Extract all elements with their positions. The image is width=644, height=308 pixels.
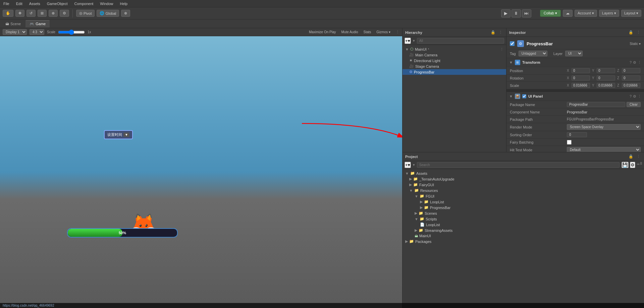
play-btn[interactable]: ▶ [501,9,511,17]
hier-item-mainui[interactable]: ▼ ⬡ MainUI * ⋮ [402,46,506,52]
scale-y-input[interactable] [597,83,615,88]
pivot-btn[interactable]: ◎ Pivot [76,10,95,17]
ui-panel-checkbox[interactable] [522,94,526,98]
proj-packages[interactable]: ▶ 📁 Packages [402,239,644,244]
menu-window[interactable]: Window [99,1,114,6]
ui-panel-header[interactable]: ▼ 📦 UI Panel ? ⚙ ⋮ [506,92,644,101]
hierarchy-menu-btn[interactable]: ⋮ [498,30,503,35]
hierarchy-item-menu[interactable]: ⋮ [500,47,503,51]
account-btn[interactable]: Account ▾ [575,10,597,17]
expand-icon: ▶ [420,205,423,210]
proj-fgui[interactable]: ▼ 📁 FGUI [402,193,644,199]
clear-btn[interactable]: Clear [627,102,641,107]
stats-btn[interactable]: Stats [362,30,373,34]
proj-progressbar[interactable]: ▶ 📁 ProgressBar [402,205,644,210]
step-btn[interactable]: ⏭ [522,9,531,17]
rot-z-input[interactable] [622,75,640,81]
game-view-menu-btn[interactable]: ⋮ [396,30,399,34]
hier-item-main-camera[interactable]: 🎥 Main Camera [402,52,506,58]
package-name-input[interactable] [567,102,625,107]
move-tool-btn[interactable]: ✥ [15,10,24,17]
transform-menu-icon[interactable]: ⋮ [638,60,641,65]
expand-icon: ▶ [420,200,423,204]
ui-panel-help-icon[interactable]: ? [630,94,632,99]
project-search[interactable] [417,162,620,168]
scale-z-input[interactable] [622,83,640,88]
inspector-lock-btn[interactable]: 🔒 [628,30,634,35]
menu-gameobject[interactable]: GameObject [46,1,69,6]
hier-item-stage-camera[interactable]: 🎥 Stage Camera [402,63,506,69]
rotation-label: Rotation [510,76,567,80]
proj-scripts[interactable]: ▼ 📁 Scripts [402,216,644,222]
custom-tool-btn[interactable]: ⚙ [60,10,69,17]
proj-fairygui[interactable]: ▶ 📁 FairyGUI [402,182,644,188]
menu-edit[interactable]: Edit [15,1,24,6]
scale-slider[interactable] [58,30,85,35]
project-save-btn[interactable]: 💾 [622,162,629,168]
project-settings-btn[interactable]: ⚙ [630,162,635,168]
global-btn[interactable]: 🌐 Global [97,10,119,17]
scene-tab[interactable]: 🏔 Scene [1,20,25,27]
hierarchy-search[interactable] [417,38,504,44]
sorting-order-input[interactable] [567,132,587,137]
folder-icon: 📁 [419,228,423,233]
proj-terrain[interactable]: ▶ 📁 _TerrainAutoUpgrade [402,176,644,182]
maximize-on-play-btn[interactable]: Maximize On Play [308,30,337,34]
proj-resources[interactable]: ▼ 📁 Resources [402,188,644,193]
proj-mainui[interactable]: 🏔 MainUI [402,233,644,239]
fairy-batching-checkbox[interactable] [567,140,572,145]
menu-help[interactable]: Help [118,1,129,6]
cloud-btn[interactable]: ☁ [563,10,573,17]
hier-item-dir-light[interactable]: ☀ Directional Light [402,58,506,63]
proj-streaming[interactable]: ▶ 📁 StreamingAssets [402,227,644,233]
scale-x-input[interactable] [572,83,590,88]
project-lock-btn[interactable]: 🔒 [628,154,634,159]
menu-component[interactable]: Component [73,1,95,6]
collab-btn[interactable]: Collab ▾ [540,10,561,17]
obj-active-checkbox[interactable] [510,41,515,46]
pos-x-input[interactable] [572,68,590,73]
scale-value: 1x [88,30,91,34]
display-select[interactable]: Display 1 [3,29,27,35]
scale-tool-btn[interactable]: ⊞ [38,10,47,17]
hierarchy-lock-btn[interactable]: 🔒 [490,30,496,35]
aspect-select[interactable]: 4:3 [30,29,44,35]
rot-y-input[interactable] [597,75,615,81]
hand-tool-btn[interactable]: ✋ [3,10,13,17]
rot-x-input[interactable] [572,75,590,81]
proj-looplist-file[interactable]: 📄 LoopList [402,222,644,227]
ui-panel-settings-icon[interactable]: ⚙ [633,94,636,99]
inspector-menu-btn[interactable]: ⋮ [636,30,641,35]
extra-tool-btn[interactable]: ⊕ [121,10,130,17]
proj-looplist[interactable]: ▶ 📁 LoopList [402,199,644,205]
ui-panel-menu-icon[interactable]: ⋮ [638,94,641,99]
hit-test-mode-select[interactable]: Default [567,147,641,152]
proj-assets[interactable]: ▼ 📁 Assets [402,170,644,176]
render-mode-select[interactable]: Screen Space Overlay [567,124,641,130]
expand-icon: ▼ [415,194,418,198]
pos-y-input[interactable] [597,68,615,73]
tag-select[interactable]: Untagged [519,51,547,56]
layout-btn[interactable]: Layout ▾ [621,10,641,17]
mute-audio-btn[interactable]: Mute Audio [340,30,359,34]
transform-settings-icon[interactable]: ⚙ [633,60,636,65]
hier-item-progressbar[interactable]: ⚙ ProgressBar [402,69,506,75]
layers-btn[interactable]: Layers ▾ [599,10,619,17]
menu-file[interactable]: File [2,1,11,6]
transform-tool-btn[interactable]: ⊕ [49,10,58,17]
expand-icon-2: ▼ [509,94,513,98]
transform-header[interactable]: ▼ ⊞ Transform ? ⚙ ⋮ [506,58,644,67]
gizmos-btn[interactable]: Gizmos ▾ [375,30,392,34]
pos-z-input[interactable] [622,68,640,73]
rotate-tool-btn[interactable]: ↺ [26,10,36,17]
game-tab[interactable]: 🎮 Game [25,20,50,28]
project-menu-btn[interactable]: ⋮ [636,154,641,159]
project-add-btn[interactable]: +▾ [405,162,411,168]
pause-btn[interactable]: ⏸ [512,9,521,17]
hierarchy-add-btn[interactable]: +▾ [405,38,411,44]
proj-scenes[interactable]: ▶ 📁 Scenes [402,210,644,216]
layer-select[interactable]: UI [565,51,583,56]
transform-help-icon[interactable]: ? [630,60,632,65]
static-dropdown[interactable]: Static ▾ [630,42,641,46]
menu-assets[interactable]: Assets [28,1,42,6]
